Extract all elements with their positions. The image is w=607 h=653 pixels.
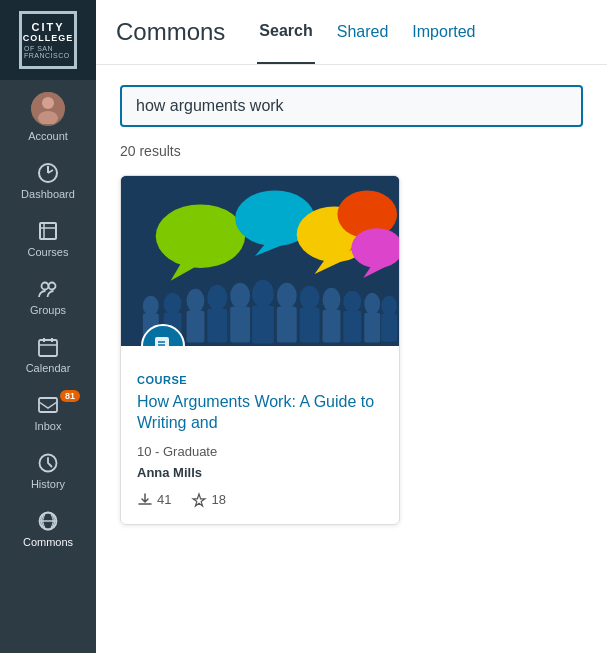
results-count: 20 results xyxy=(120,143,583,159)
courses-icon xyxy=(37,220,59,242)
card-stats: 41 18 xyxy=(137,492,383,508)
sidebar-item-inbox[interactable]: 81 Inbox xyxy=(0,382,96,440)
star-icon xyxy=(191,492,207,508)
sidebar-item-label: Groups xyxy=(30,304,66,316)
commons-icon xyxy=(37,510,59,532)
svg-point-7 xyxy=(42,283,49,290)
logo-sf: OF SAN FRANCISCO xyxy=(24,45,72,59)
sidebar-item-account[interactable]: Account xyxy=(0,80,96,150)
nav-shared[interactable]: Shared xyxy=(335,0,391,64)
star-count: 18 xyxy=(211,492,225,507)
svg-point-8 xyxy=(49,283,56,290)
svg-rect-49 xyxy=(364,313,380,343)
content-area: 20 results xyxy=(96,65,607,653)
avatar xyxy=(31,92,65,126)
page-title: Commons xyxy=(116,18,225,46)
download-count: 41 xyxy=(157,492,171,507)
course-icon xyxy=(152,335,174,346)
inbox-icon xyxy=(37,394,59,416)
dashboard-icon xyxy=(37,162,59,184)
sidebar-item-commons[interactable]: Commons xyxy=(0,498,96,556)
logo-college: COLLEGE xyxy=(23,33,74,43)
download-stat: 41 xyxy=(137,492,171,508)
svg-point-38 xyxy=(252,280,274,308)
svg-point-18 xyxy=(156,204,245,268)
svg-rect-33 xyxy=(187,311,205,343)
svg-rect-9 xyxy=(39,340,57,356)
card-title[interactable]: How Arguments Work: A Guide to Writing a… xyxy=(137,392,383,434)
svg-rect-47 xyxy=(343,311,361,343)
svg-point-34 xyxy=(207,285,227,311)
svg-point-40 xyxy=(277,283,297,309)
sidebar-item-label: History xyxy=(31,478,65,490)
course-card: COURSE How Arguments Work: A Guide to Wr… xyxy=(120,175,400,525)
header-nav: Search Shared Imported xyxy=(257,0,477,64)
header: Commons Search Shared Imported xyxy=(96,0,607,65)
svg-point-32 xyxy=(187,289,205,313)
svg-point-50 xyxy=(381,296,397,316)
sidebar-item-label: Calendar xyxy=(26,362,71,374)
svg-rect-51 xyxy=(381,314,397,342)
main-content: Commons Search Shared Imported 20 result… xyxy=(96,0,607,653)
svg-rect-39 xyxy=(252,306,274,344)
svg-point-48 xyxy=(364,293,380,315)
svg-rect-4 xyxy=(40,223,56,239)
svg-point-42 xyxy=(300,286,320,310)
history-icon xyxy=(37,452,59,474)
sidebar-item-label: Commons xyxy=(23,536,73,548)
sidebar-item-label: Account xyxy=(28,130,68,142)
svg-point-30 xyxy=(164,293,182,315)
search-input[interactable] xyxy=(120,85,583,127)
logo-city: CITY xyxy=(31,21,64,33)
svg-point-46 xyxy=(343,291,361,313)
svg-point-36 xyxy=(230,283,250,309)
svg-rect-45 xyxy=(323,310,341,343)
sidebar-item-calendar[interactable]: Calendar xyxy=(0,324,96,382)
svg-rect-37 xyxy=(230,307,250,343)
svg-rect-35 xyxy=(207,309,227,343)
groups-icon xyxy=(37,278,59,300)
sidebar-item-label: Inbox xyxy=(35,420,62,432)
sidebar-item-dashboard[interactable]: Dashboard xyxy=(0,150,96,208)
card-type: COURSE xyxy=(137,374,383,386)
inbox-badge: 81 xyxy=(60,390,80,402)
sidebar-item-groups[interactable]: Groups xyxy=(0,266,96,324)
nav-imported[interactable]: Imported xyxy=(410,0,477,64)
sidebar-item-courses[interactable]: Courses xyxy=(0,208,96,266)
card-grade: 10 - Graduate xyxy=(137,444,383,459)
svg-rect-43 xyxy=(300,308,320,343)
card-body: COURSE How Arguments Work: A Guide to Wr… xyxy=(121,346,399,524)
svg-point-1 xyxy=(42,97,54,109)
sidebar-item-label: Dashboard xyxy=(21,188,75,200)
sidebar-item-label: Courses xyxy=(28,246,69,258)
calendar-icon xyxy=(37,336,59,358)
svg-point-44 xyxy=(323,288,341,312)
download-icon xyxy=(137,492,153,508)
nav-search[interactable]: Search xyxy=(257,0,314,64)
logo[interactable]: CITY COLLEGE OF SAN FRANCISCO xyxy=(0,0,96,80)
sidebar: CITY COLLEGE OF SAN FRANCISCO Account Da… xyxy=(0,0,96,653)
card-illustration xyxy=(121,176,399,346)
svg-point-28 xyxy=(143,296,159,316)
card-image xyxy=(121,176,399,346)
card-author: Anna Mills xyxy=(137,465,383,480)
star-stat: 18 xyxy=(191,492,225,508)
svg-rect-13 xyxy=(39,398,57,412)
svg-rect-41 xyxy=(277,307,297,343)
sidebar-item-history[interactable]: History xyxy=(0,440,96,498)
